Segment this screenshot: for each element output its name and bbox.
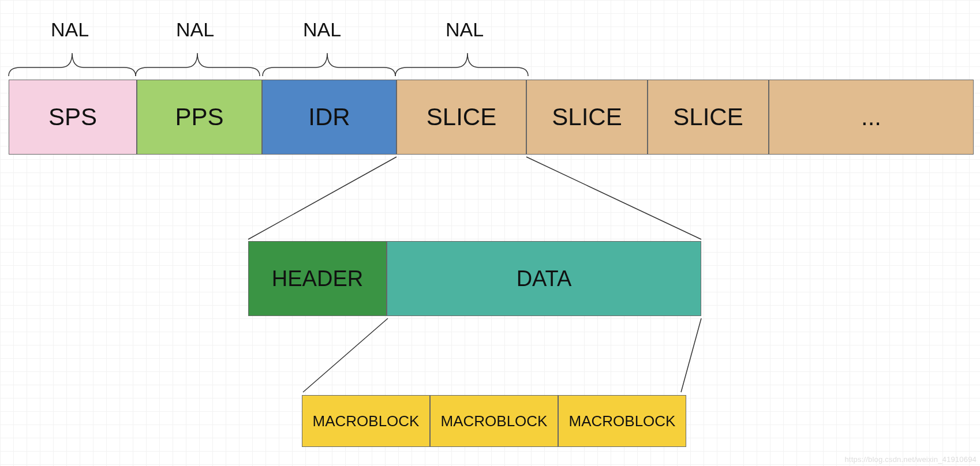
block-more: ...: [769, 80, 974, 155]
block-sps: SPS: [9, 80, 137, 155]
block-header: HEADER: [248, 241, 387, 316]
watermark: https://blog.csdn.net/weixin_41910694: [844, 455, 977, 464]
nal-braces: [9, 42, 534, 79]
diagram-canvas: NAL NAL NAL NAL SPS PPS IDR SLICE SLICE …: [0, 0, 980, 466]
block-pps: PPS: [137, 80, 262, 155]
block-slice-3: SLICE: [648, 80, 769, 155]
svg-line-3: [681, 318, 701, 392]
nal-label-4: NAL: [446, 18, 484, 41]
block-data: DATA: [387, 241, 701, 316]
block-slice-2: SLICE: [526, 80, 648, 155]
svg-line-2: [303, 318, 388, 392]
nal-label-1: NAL: [51, 18, 89, 41]
block-idr: IDR: [262, 80, 397, 155]
nal-label-2: NAL: [176, 18, 214, 41]
block-slice-1: SLICE: [397, 80, 526, 155]
block-macroblock-1: MACROBLOCK: [302, 395, 430, 447]
block-macroblock-2: MACROBLOCK: [430, 395, 558, 447]
svg-line-0: [248, 157, 397, 239]
nal-label-3: NAL: [303, 18, 341, 41]
svg-line-1: [526, 157, 701, 239]
block-macroblock-3: MACROBLOCK: [558, 395, 686, 447]
